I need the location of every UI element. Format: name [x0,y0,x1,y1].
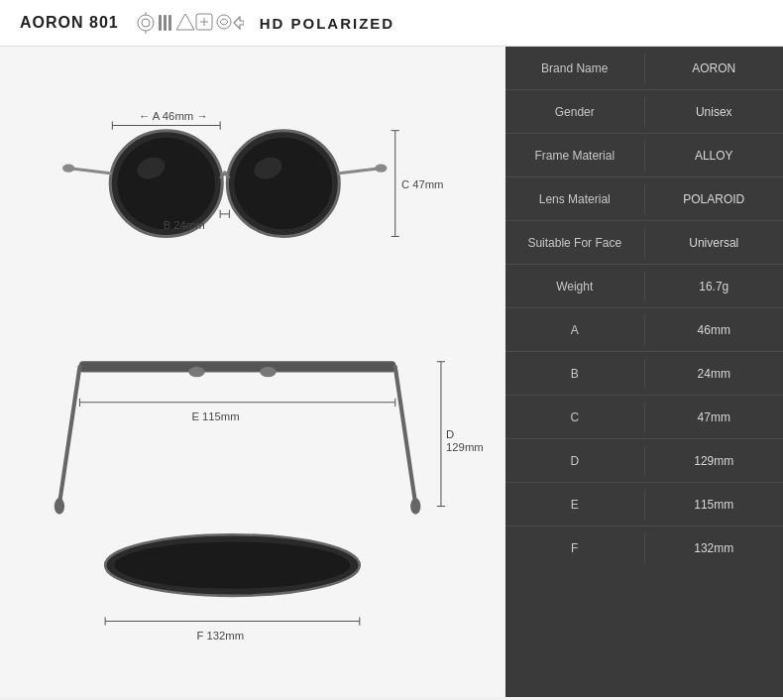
spec-value: Universal [645,228,784,258]
spec-value: 16.7g [645,272,784,301]
svg-text:F 132mm: F 132mm [197,630,245,642]
svg-point-1 [142,19,150,27]
svg-point-40 [260,367,276,377]
svg-point-11 [217,15,231,29]
spec-row: B24mm [505,352,783,396]
svg-text:B 24mm: B 24mm [164,219,205,231]
spec-value: AORON [645,54,784,83]
spec-row: GenderUnisex [505,90,783,134]
spec-value: 24mm [645,359,784,389]
spec-value: ALLOY [645,141,784,171]
svg-rect-4 [159,15,162,31]
spec-row: F132mm [505,526,783,570]
svg-point-15 [235,138,333,229]
svg-point-42 [114,541,350,588]
spec-key: Frame Material [505,141,645,171]
spec-row: Frame MaterialALLOY [505,134,783,177]
svg-line-17 [339,169,380,174]
spec-row: Lens MaterialPOLAROID [505,177,783,221]
svg-point-0 [138,15,154,31]
specs-panel: Brand NameAORONGenderUnisexFrame Materia… [505,47,783,697]
svg-rect-5 [164,15,167,31]
spec-value: 47mm [645,403,784,432]
svg-rect-6 [168,15,171,31]
hd-polarized-label: HD POLARIZED [260,15,395,32]
svg-text:D: D [446,428,454,440]
spec-row: Suitable For FaceUniversal [505,221,783,265]
svg-line-35 [59,367,80,505]
svg-point-18 [62,165,74,173]
svg-point-38 [410,498,420,514]
spec-row: A46mm [505,308,783,352]
svg-point-13 [117,138,215,229]
header: AORON 801 [0,0,783,47]
spec-row: D129mm [505,439,783,483]
spec-key: Lens Material [505,184,645,214]
svg-marker-7 [176,14,194,30]
spec-row: C47mm [505,396,783,439]
spec-value: 115mm [645,490,784,520]
model-title: AORON 801 [20,14,119,32]
main-content: ← A 46mm → B 24mm C 47mm [0,47,783,697]
spec-key: Suitable For Face [505,228,645,258]
spec-value: 129mm [645,446,784,476]
spec-key: C [505,403,645,432]
page: AORON 801 [0,0,783,700]
spec-key: D [505,446,645,476]
spec-key: F [505,533,645,563]
spec-value: 46mm [645,315,784,345]
spec-key: Weight [505,272,645,301]
spec-key: Gender [505,97,645,127]
svg-point-37 [55,498,64,514]
svg-point-39 [188,367,204,377]
svg-text:← A 46mm →: ← A 46mm → [139,110,208,122]
spec-value: 132mm [645,533,784,563]
svg-text:C 47mm: C 47mm [401,178,444,190]
svg-text:E 115mm: E 115mm [191,410,239,422]
spec-key: E [505,490,645,520]
spec-row: E115mm [505,483,783,526]
spec-key: Brand Name [505,54,645,83]
spec-value: POLAROID [645,184,784,214]
svg-point-19 [375,165,387,173]
svg-line-16 [69,169,110,174]
svg-rect-34 [79,362,394,372]
spec-value: Unisex [645,97,784,127]
diagram-panel: ← A 46mm → B 24mm C 47mm [0,47,505,697]
spec-key: B [505,359,645,389]
svg-line-36 [395,367,416,505]
glasses-diagram: ← A 46mm → B 24mm C 47mm [20,66,486,677]
logo-icons-svg [135,12,244,34]
spec-row: Brand NameAORON [505,47,783,90]
spec-row: Weight16.7g [505,265,783,308]
brand-icons [135,12,244,34]
spec-key: A [505,315,645,345]
svg-text:129mm: 129mm [446,441,484,453]
